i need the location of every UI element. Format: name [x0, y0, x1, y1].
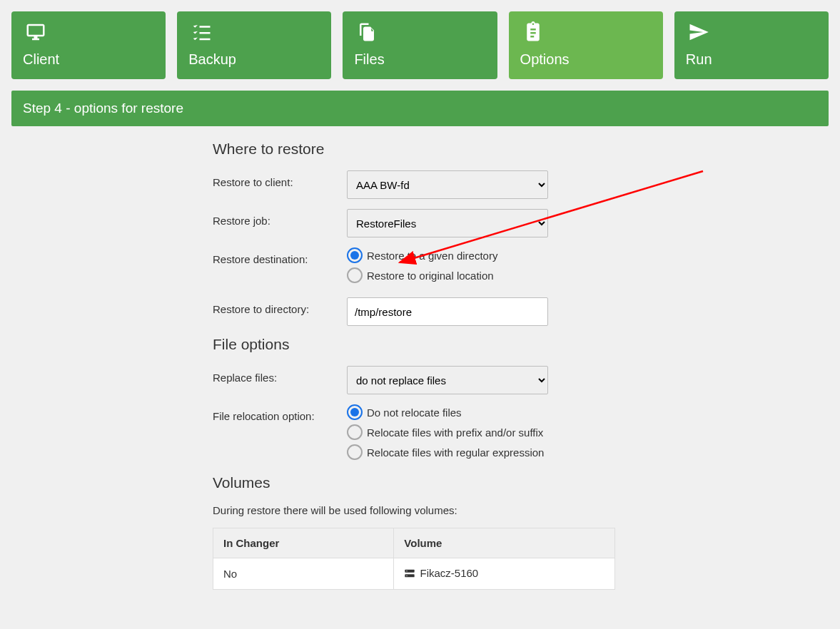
label-restore-to-directory: Restore to directory: — [213, 297, 347, 315]
step-title-bar: Step 4 - options for restore — [11, 91, 829, 126]
step-label: Client — [23, 51, 59, 67]
radio-reloc-regex[interactable] — [347, 444, 363, 460]
radio-label-reloc-regex[interactable]: Relocate files with regular expression — [367, 446, 544, 459]
svg-point-3 — [407, 575, 408, 576]
restore-to-directory-input[interactable] — [347, 297, 548, 326]
svg-point-2 — [407, 571, 408, 571]
step-files[interactable]: Files — [343, 11, 497, 79]
col-in-changer: In Changer — [213, 528, 394, 558]
restore-job-select[interactable]: RestoreFiles — [347, 209, 548, 237]
label-restore-destination: Restore destination: — [213, 247, 347, 265]
radio-reloc-prefix-suffix[interactable] — [347, 424, 363, 440]
label-replace-files: Replace files: — [213, 366, 347, 384]
section-file-options-heading: File options — [213, 336, 641, 353]
radio-reloc-none[interactable] — [347, 404, 363, 420]
paper-plane-icon — [686, 21, 712, 43]
radio-dest-original-location[interactable] — [347, 267, 363, 283]
step-client[interactable]: Client — [11, 11, 166, 79]
step-label: Files — [354, 51, 384, 67]
step-run[interactable]: Run — [674, 11, 829, 79]
list-check-icon — [188, 21, 214, 43]
cell-in-changer: No — [213, 558, 394, 590]
label-file-relocation: File relocation option: — [213, 404, 347, 422]
files-icon — [354, 21, 380, 43]
wizard-steps: Client Backup Files Options Run — [11, 11, 829, 79]
cell-volume: Fikacz-5160 — [394, 558, 615, 590]
monitor-icon — [23, 21, 49, 43]
replace-files-select[interactable]: do not replace files — [347, 366, 548, 394]
volumes-description: During restore there will be used follow… — [213, 504, 641, 516]
section-volumes-heading: Volumes — [213, 474, 641, 491]
col-volume: Volume — [394, 528, 615, 558]
volumes-table: In Changer Volume No Fikacz-5160 — [213, 528, 615, 590]
step-label: Backup — [188, 51, 236, 67]
svg-rect-1 — [405, 574, 415, 577]
svg-rect-0 — [405, 569, 415, 572]
step-options[interactable]: Options — [509, 11, 663, 79]
step-backup[interactable]: Backup — [177, 11, 331, 79]
section-where-heading: Where to restore — [213, 140, 641, 158]
label-restore-job: Restore job: — [213, 209, 347, 227]
step-label: Options — [520, 51, 570, 67]
table-row: No Fikacz-5160 — [213, 558, 615, 590]
step-label: Run — [686, 51, 712, 67]
radio-label-dest-given[interactable]: Restore to a given directory — [367, 250, 497, 262]
radio-label-reloc-prefix[interactable]: Relocate files with prefix and/or suffix — [367, 426, 543, 439]
radio-label-dest-original[interactable]: Restore to original location — [367, 270, 494, 282]
radio-label-reloc-none[interactable]: Do not relocate files — [367, 406, 462, 419]
storage-icon — [404, 568, 415, 581]
clipboard-list-icon — [520, 21, 546, 43]
restore-to-client-select[interactable]: AAA BW-fd — [347, 170, 548, 199]
radio-dest-given-directory[interactable] — [347, 247, 363, 263]
label-restore-to-client: Restore to client: — [213, 170, 347, 188]
